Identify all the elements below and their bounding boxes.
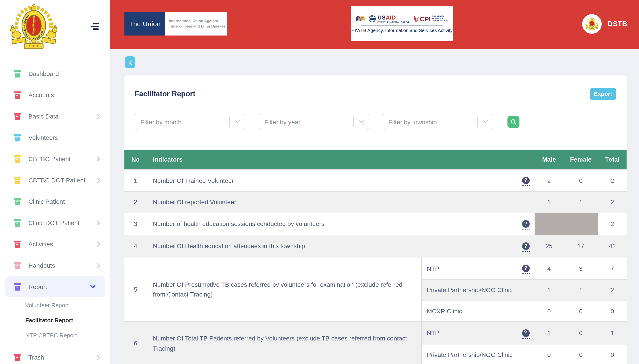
help-tooltip-icon[interactable]: ? [522, 220, 529, 230]
col-header-male: Male [535, 150, 563, 169]
cpi-wordmark: CPI [420, 15, 430, 23]
indicator-cell: Number Of Total TB Patients referred by … [147, 322, 421, 364]
sidebar-item-activities[interactable]: Activities [0, 234, 110, 255]
sidebar-item-label: Dashboard [29, 70, 59, 77]
help-cell: ? [517, 169, 535, 192]
the-union-logo: The Union International Union Against Tu… [124, 12, 227, 36]
sidebar-item-handouts[interactable]: Handouts [0, 255, 110, 276]
month-filter-select[interactable]: Filter by month... [135, 114, 245, 130]
help-tooltip-icon[interactable]: ? [522, 265, 529, 274]
sidebar-item-dashboard[interactable]: Dashboard [0, 63, 110, 84]
volunteers-box-icon [13, 134, 21, 142]
search-button[interactable] [507, 116, 519, 128]
subcategory-cell: NTP [421, 257, 517, 280]
chevron-right-icon [97, 156, 100, 162]
row-number-cell: 6 [124, 322, 147, 364]
table-row: 3 Number of health education sessions co… [124, 213, 626, 235]
sidebar-item-label: Handouts [29, 262, 55, 269]
total-value: 0 [598, 344, 626, 364]
partner-logos-banner: USAID FROM THE AMERICAN PEOPLE CPI COMMU… [351, 6, 453, 41]
indicator-cell: Number Of Presumptive TB cases referred … [147, 257, 421, 322]
township-filter-select[interactable]: Filter by township... [383, 114, 493, 130]
subcategory-cell: MCXR Clinic [421, 301, 517, 322]
table-row: 5 Number Of Presumptive TB cases referre… [124, 257, 626, 280]
cpi-leaf-icon [413, 15, 419, 23]
report-submenu: Volunteer Report Facilitator Report NTP … [0, 298, 110, 343]
help-tooltip-icon[interactable]: ? [522, 177, 529, 186]
help-cell [517, 192, 535, 213]
app-root: Dashboard Accounts Basic Data Volunteers… [0, 0, 639, 364]
table-header-row: No Indicators Male Female Total [124, 150, 626, 169]
sidebar-item-cbtbc-patient[interactable]: CBTBC Patient [0, 148, 110, 170]
submenu-item-ntp-cbtbc-report[interactable]: NTP CBTBC Report [0, 328, 110, 343]
account-area[interactable]: DSTB [582, 14, 627, 34]
submenu-item-volunteer-report[interactable]: Volunteer Report [0, 298, 110, 312]
sidebar-item-cbtbc-dot-patient[interactable]: CBTBC DOT Patient [0, 170, 110, 191]
flags-globe-emblem-icon [356, 15, 366, 23]
cpi-text-line: INTERNATIONAL [432, 20, 448, 22]
sidebar-item-label: Volunteers [29, 134, 58, 141]
female-value: 3 [563, 257, 598, 280]
submenu-label: Facilitator Report [25, 317, 73, 324]
township-filter-placeholder: Filter by township... [388, 118, 477, 126]
sidebar-item-basic-data[interactable]: Basic Data [0, 106, 110, 127]
sidebar-item-label: CBTBC Patient [29, 155, 71, 162]
female-value: 0 [563, 344, 598, 364]
col-header-female: Female [563, 150, 598, 169]
search-icon [511, 119, 516, 125]
male-value: 1 [535, 280, 563, 301]
help-tooltip-icon[interactable]: ? [522, 242, 529, 252]
sidebar-item-label: Report [29, 283, 47, 290]
row-number-cell: 1 [124, 169, 147, 192]
total-value: 2 [598, 280, 626, 301]
female-value: 1 [563, 280, 598, 301]
sidebar-item-report[interactable]: Report [5, 276, 105, 298]
year-filter-select[interactable]: Filter by year... [259, 114, 369, 130]
sidebar-item-volunteers[interactable]: Volunteers [0, 127, 110, 148]
help-tooltip-icon[interactable]: ? [522, 329, 529, 338]
sidebar-item-clinic-patient[interactable]: Clinic Patient [0, 191, 110, 212]
sidebar-item-label: Clinic DOT Patient [29, 219, 80, 226]
chevron-right-icon [97, 263, 100, 268]
total-value: 7 [598, 257, 626, 280]
month-filter-placeholder: Filter by month... [140, 118, 229, 126]
col-header-no: No [124, 150, 147, 169]
total-value: 1 [598, 322, 626, 344]
chevron-right-icon [97, 242, 100, 247]
total-value: 2 [598, 169, 626, 192]
total-value: 2 [598, 213, 626, 235]
sidebar-item-label: Basic Data [29, 113, 59, 120]
total-value: 2 [598, 192, 626, 213]
row-number-cell: 2 [124, 192, 147, 213]
chevron-right-icon [97, 220, 100, 226]
avatar[interactable] [582, 14, 602, 34]
chevron-down-icon [359, 120, 364, 124]
back-button[interactable] [125, 56, 135, 68]
sidebar-item-accounts[interactable]: Accounts [0, 84, 110, 106]
sidebar-item-trash[interactable]: Trash [0, 347, 110, 364]
report-card: Facilitator Report Export Filter by mont… [124, 76, 626, 364]
submenu-item-facilitator-report[interactable]: Facilitator Report [0, 312, 110, 328]
report-box-icon [13, 283, 21, 290]
female-value: 0 [563, 301, 598, 322]
main-content: Facilitator Report Export Filter by mont… [110, 49, 639, 364]
divider [361, 25, 443, 26]
year-filter-placeholder: Filter by year... [264, 118, 353, 126]
row-number-cell: 3 [124, 213, 147, 235]
sidebar-item-label: CBTBC DOT Patient [29, 177, 85, 184]
female-value: 0 [563, 322, 598, 344]
cpi-logo: CPI COMMUNITY PARTNERS INTERNATIONAL [413, 15, 448, 23]
filters-row: Filter by month... Filter by year... Fil… [124, 103, 626, 130]
dashboard-box-icon [13, 70, 21, 78]
table-row: 6 Number Of Total TB Patients referred b… [124, 322, 626, 344]
total-value: 0 [598, 301, 626, 322]
indicator-cell: Number Of reported Volunteer [147, 192, 517, 213]
sidebar-item-clinic-dot-patient[interactable]: Clinic DOT Patient [0, 212, 110, 234]
export-button[interactable]: Export [590, 88, 616, 100]
row-number-cell: 4 [124, 235, 147, 258]
the-union-wordmark: The Union [124, 12, 165, 36]
table-row: 2 Number Of reported Volunteer 1 1 2 [124, 192, 626, 213]
help-cell [517, 344, 535, 364]
sidebar-toggle-hamburger-icon[interactable] [91, 23, 101, 31]
subcategory-cell: Private Partnership/NGO Clinic [421, 344, 517, 364]
